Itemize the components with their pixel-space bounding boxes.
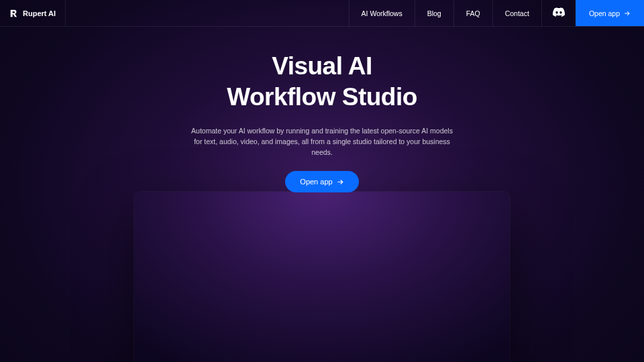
hero-title-line2: Workflow Studio bbox=[227, 83, 417, 111]
nav-faq[interactable]: FAQ bbox=[453, 0, 492, 26]
discord-icon bbox=[553, 7, 565, 19]
arrow-right-icon bbox=[624, 10, 631, 17]
header: Rupert AI AI Workflows Blog FAQ Contact … bbox=[0, 0, 644, 27]
brand-name: Rupert AI bbox=[23, 9, 56, 17]
header-spacer bbox=[66, 0, 348, 26]
nav-label: FAQ bbox=[466, 9, 480, 17]
open-app-header-button[interactable]: Open app bbox=[576, 0, 644, 26]
cta-label: Open app bbox=[300, 178, 332, 186]
hero-title: Visual AI Workflow Studio bbox=[227, 51, 417, 113]
hero-subtitle: Automate your AI workflow by running and… bbox=[188, 125, 456, 158]
nav-label: Blog bbox=[427, 9, 441, 17]
logo[interactable]: Rupert AI bbox=[0, 0, 66, 26]
nav-label: Contact bbox=[505, 9, 529, 17]
nav-blog[interactable]: Blog bbox=[415, 0, 453, 26]
nav-label: AI Workflows bbox=[362, 9, 402, 17]
open-app-cta-button[interactable]: Open app bbox=[285, 171, 358, 192]
open-app-label: Open app bbox=[589, 9, 620, 17]
nav-contact[interactable]: Contact bbox=[492, 0, 541, 26]
hero-title-line1: Visual AI bbox=[272, 52, 372, 80]
nav-ai-workflows[interactable]: AI Workflows bbox=[349, 0, 415, 26]
discord-link[interactable] bbox=[541, 0, 576, 26]
arrow-right-icon bbox=[337, 178, 344, 186]
preview-frame bbox=[134, 192, 510, 362]
hero-section: Visual AI Workflow Studio Automate your … bbox=[0, 27, 644, 192]
logo-icon bbox=[9, 9, 19, 18]
